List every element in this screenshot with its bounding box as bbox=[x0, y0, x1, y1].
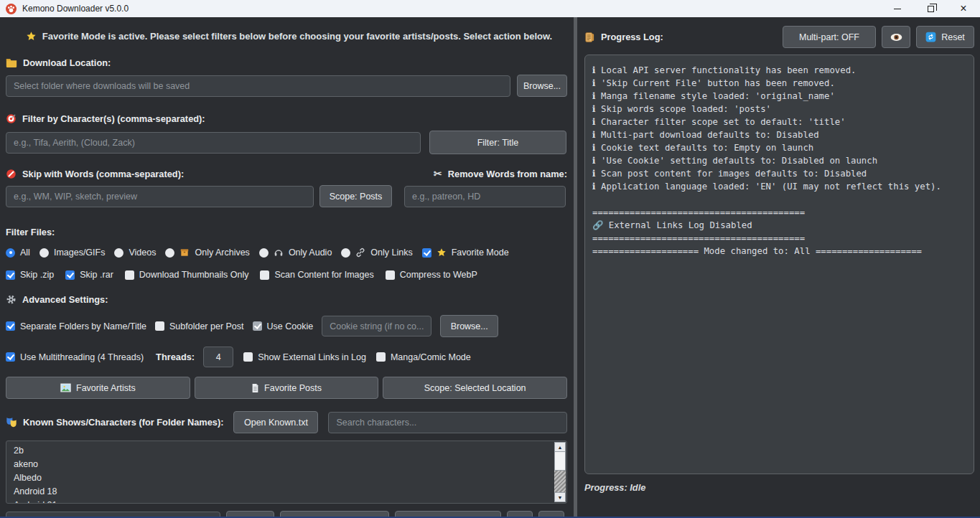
log-line: ℹ Skip words scope loaded: 'posts' bbox=[592, 103, 966, 116]
log-line: ℹ Multi-part download defaults to: Disab… bbox=[592, 128, 966, 141]
help-button[interactable]: ? bbox=[507, 511, 533, 518]
radio-only-links[interactable]: Only Links bbox=[341, 248, 412, 258]
log-line: ℹ Manga filename style loaded: 'original… bbox=[592, 90, 966, 103]
favorite-artists-button[interactable]: Favorite Artists bbox=[6, 377, 190, 399]
checkbox-icon bbox=[6, 321, 15, 331]
download-browse-button[interactable]: Browse... bbox=[517, 75, 567, 97]
skip-words-input[interactable] bbox=[6, 186, 314, 207]
checkbox-icon bbox=[125, 270, 134, 280]
checkbox-icon bbox=[260, 270, 269, 280]
restore-button[interactable] bbox=[914, 0, 947, 17]
threads-input[interactable] bbox=[203, 347, 233, 367]
list-item[interactable]: 2b bbox=[6, 444, 566, 458]
list-scrollbar[interactable]: ▲ ▼ bbox=[554, 442, 566, 502]
radio-icon bbox=[39, 248, 49, 258]
settings-button[interactable] bbox=[538, 511, 564, 518]
remove-words-input[interactable] bbox=[404, 186, 566, 207]
scrollbar-track[interactable] bbox=[554, 471, 566, 492]
radio-icon bbox=[341, 248, 350, 258]
add-to-filter-button[interactable]: Add to Filter bbox=[280, 511, 389, 518]
scroll-up-button[interactable]: ▲ bbox=[554, 442, 566, 452]
picture-icon bbox=[60, 383, 71, 392]
minimize-icon bbox=[894, 9, 901, 9]
log-line: ℹ Application language loaded: 'EN' (UI … bbox=[592, 180, 966, 193]
scrollbar-thumb[interactable] bbox=[554, 452, 566, 471]
scan-content-checkbox[interactable]: Scan Content for Images bbox=[260, 270, 373, 280]
checkbox-icon bbox=[155, 321, 164, 331]
theater-masks-icon bbox=[6, 417, 17, 428]
radio-icon bbox=[259, 248, 269, 258]
show-external-links-checkbox[interactable]: Show External Links in Log bbox=[243, 352, 366, 362]
favorite-mode-checkbox[interactable]: Favorite Mode bbox=[422, 248, 509, 258]
log-line bbox=[592, 193, 966, 206]
add-character-input[interactable] bbox=[6, 512, 220, 518]
list-item[interactable]: Android 21 bbox=[6, 499, 566, 504]
compress-webp-checkbox[interactable]: Compress to WebP bbox=[386, 270, 477, 280]
progress-log[interactable]: ℹ Local API server functionality has bee… bbox=[584, 55, 974, 474]
character-filter-scope-button[interactable]: Filter: Title bbox=[429, 131, 566, 154]
search-characters-input[interactable] bbox=[328, 412, 567, 433]
skip-zip-checkbox[interactable]: Skip .zip bbox=[6, 270, 54, 280]
headphones-icon bbox=[274, 248, 284, 258]
log-line: ℹ Cookie text defaults to: Empty on laun… bbox=[592, 141, 966, 154]
filter-files-label: Filter Files: bbox=[6, 227, 572, 237]
list-item[interactable]: Albedo bbox=[6, 471, 566, 485]
log-line: ======================================== bbox=[592, 232, 966, 245]
separate-folders-checkbox[interactable]: Separate Folders by Name/Title bbox=[6, 321, 146, 331]
radio-images-gifs[interactable]: Images/GIFs bbox=[39, 248, 106, 258]
radio-icon bbox=[6, 248, 15, 258]
checkbox-icon bbox=[65, 270, 75, 280]
scroll-icon bbox=[584, 32, 595, 43]
folder-icon bbox=[6, 58, 17, 67]
app-icon bbox=[6, 4, 17, 14]
multithreading-checkbox[interactable]: Use Multithreading (4 Threads) bbox=[6, 352, 144, 362]
favorite-posts-button[interactable]: Favorite Posts bbox=[195, 377, 379, 399]
subfolder-per-post-checkbox[interactable]: Subfolder per Post bbox=[155, 321, 244, 331]
multipart-toggle-button[interactable]: Multi-part: OFF bbox=[783, 26, 876, 48]
skip-rar-checkbox[interactable]: Skip .rar bbox=[65, 270, 113, 280]
download-thumbnails-checkbox[interactable]: Download Thumbnails Only bbox=[125, 270, 249, 280]
radio-videos[interactable]: Videos bbox=[114, 248, 156, 258]
advanced-settings-label: Advanced Settings: bbox=[6, 294, 572, 305]
restore-icon bbox=[928, 6, 934, 12]
banner-text: Favorite Mode is active. Please select f… bbox=[42, 31, 552, 42]
open-known-txt-button[interactable]: Open Known.txt bbox=[233, 411, 318, 433]
list-item[interactable]: akeno bbox=[6, 458, 566, 471]
close-button[interactable]: × bbox=[947, 0, 980, 17]
main-panel: Favorite Mode is active. Please select f… bbox=[0, 17, 572, 518]
remove-words-label: ✂ Remove Words from name: bbox=[434, 168, 567, 179]
reset-button[interactable]: Reset bbox=[916, 26, 974, 48]
checkbox-icon bbox=[422, 248, 431, 258]
radio-icon bbox=[114, 248, 123, 258]
cookie-string-input[interactable] bbox=[322, 316, 431, 336]
character-filter-input[interactable] bbox=[6, 132, 421, 154]
no-entry-icon bbox=[6, 169, 17, 179]
eye-icon bbox=[890, 33, 902, 42]
minimize-button[interactable] bbox=[881, 0, 914, 17]
delete-selected-button[interactable]: Delete Selected bbox=[395, 511, 501, 518]
known-shows-label: Known Shows/Characters (for Folder Names… bbox=[6, 417, 223, 428]
download-location-input[interactable] bbox=[6, 75, 510, 97]
known-characters-list[interactable]: 2b akeno Albedo Android 18 Android 21 ▲ … bbox=[6, 441, 567, 504]
add-button[interactable]: + Add bbox=[226, 511, 274, 518]
threads-label: Threads: bbox=[156, 352, 195, 362]
star-icon bbox=[437, 248, 447, 258]
checkbox-icon bbox=[386, 270, 395, 280]
scroll-down-button[interactable]: ▼ bbox=[554, 492, 566, 502]
radio-all[interactable]: All bbox=[6, 248, 30, 258]
window-title: Kemono Downloader v5.0.0 bbox=[22, 4, 129, 14]
scope-selected-location-button[interactable]: Scope: Selected Location bbox=[383, 377, 567, 399]
manga-comic-mode-checkbox[interactable]: Manga/Comic Mode bbox=[376, 352, 471, 362]
log-line: ℹ Character filter scope set to default:… bbox=[592, 116, 966, 128]
close-icon: × bbox=[960, 3, 966, 14]
titlebar: Kemono Downloader v5.0.0 × bbox=[0, 0, 980, 17]
log-line: 🔗 External Links Log Disabled bbox=[592, 219, 966, 232]
cookie-browse-button[interactable]: Browse... bbox=[440, 315, 498, 337]
radio-only-audio[interactable]: Only Audio bbox=[259, 248, 332, 258]
document-icon bbox=[251, 383, 259, 393]
list-item[interactable]: Android 18 bbox=[6, 485, 566, 499]
use-cookie-checkbox[interactable]: Use Cookie bbox=[253, 321, 314, 331]
eye-button[interactable] bbox=[882, 26, 910, 48]
radio-only-archives[interactable]: Only Archives bbox=[165, 248, 249, 258]
skip-words-scope-button[interactable]: Scope: Posts bbox=[319, 185, 392, 207]
